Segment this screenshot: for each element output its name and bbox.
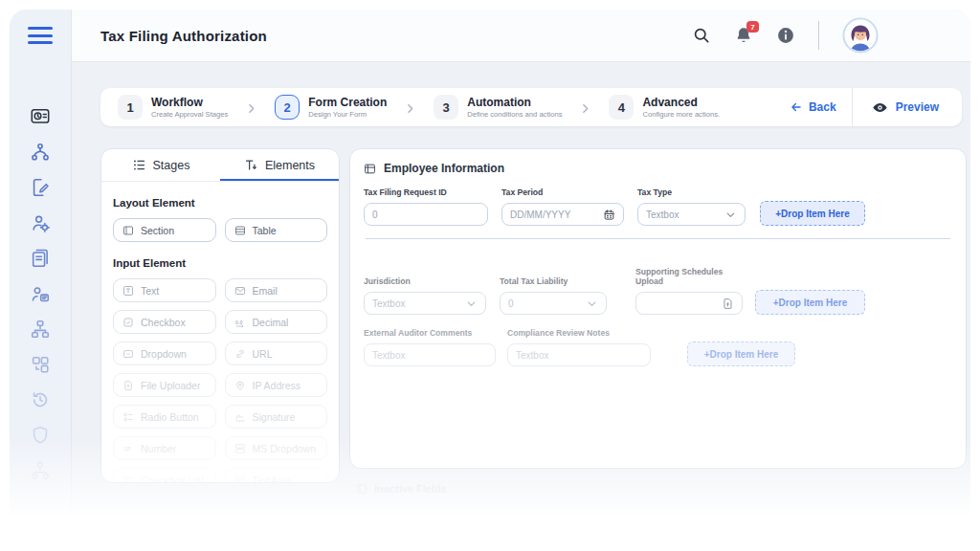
arrow-left-icon (790, 100, 803, 114)
palette-item-signature[interactable]: Signature (225, 405, 328, 429)
form-edit-icon[interactable] (30, 177, 51, 198)
preview-label: Preview (896, 100, 939, 114)
palette-item-ms-dropdown[interactable]: MS Dropdown (225, 436, 328, 460)
info-icon[interactable] (776, 26, 795, 45)
sidebar-nav (30, 106, 51, 481)
supporting-schedules-upload-input[interactable] (635, 292, 743, 315)
textarea-icon (234, 474, 246, 484)
back-label: Back (809, 100, 836, 114)
palette-item-table[interactable]: Table (225, 218, 328, 242)
jurisdiction-select[interactable]: Textbox (364, 292, 486, 315)
form-row-3: External Auditor Comments Textbox Compli… (364, 328, 952, 366)
tax-filing-request-id-input[interactable]: 0 (364, 203, 488, 226)
step-number: 4 (609, 95, 634, 120)
ms-dropdown-icon (234, 443, 246, 454)
chevron-right-icon (245, 101, 257, 114)
history-icon[interactable] (30, 389, 51, 410)
palette-body: Layout Element Section Table Input Eleme… (101, 182, 339, 483)
user-badge-icon[interactable] (30, 283, 51, 304)
org-chart-icon[interactable] (30, 460, 51, 481)
workflow-icon[interactable] (30, 142, 51, 163)
field-supporting-schedules-upload: Supporting Schedules Upload (635, 267, 743, 315)
sidebar (10, 10, 72, 538)
ip-address-icon (234, 380, 246, 391)
palette-item-file-uploader[interactable]: File Uploader (113, 373, 216, 397)
modules-icon[interactable] (30, 354, 51, 375)
palette-item-radio-button[interactable]: Radio Button (113, 405, 216, 429)
form-section-title: Employee Information (384, 162, 504, 175)
svg-text:12: 12 (123, 446, 129, 452)
table-icon (234, 225, 246, 236)
form-canvas: Employee Information Tax Filing Request … (349, 148, 967, 469)
tab-label: Stages (153, 159, 190, 172)
documents-icon[interactable] (30, 248, 51, 269)
field-tax-filing-request-id: Tax Filing Request ID 0 (364, 187, 488, 226)
content-area: 1 Workflow Create Approval Stages 2 Form… (72, 62, 970, 538)
url-icon (234, 348, 246, 360)
palette-item-checkbox-list[interactable]: Checkbox List (113, 468, 216, 483)
field-compliance-review-notes: Compliance Review Notes Textbox (507, 328, 651, 366)
panel-tabs: Stages Elements (101, 149, 339, 182)
app-window: Tax Filing Authorization 7 (10, 10, 970, 538)
external-auditor-comments-input[interactable]: Textbox (364, 343, 496, 366)
dashboard-clock-icon[interactable] (30, 106, 51, 127)
palette-item-number[interactable]: 12 Number (113, 436, 216, 460)
drop-zone-1[interactable]: +Drop Item Here (760, 201, 865, 226)
step-workflow[interactable]: 1 Workflow Create Approval Stages (114, 95, 232, 120)
palette-item-checkbox[interactable]: Checkbox (113, 310, 216, 334)
palette-item-dropdown[interactable]: Dropdown (113, 342, 216, 365)
step-number: 2 (275, 95, 300, 120)
step-number: 1 (118, 95, 143, 120)
chevron-down-icon (724, 209, 737, 221)
chevron-right-icon (404, 101, 416, 114)
file-uploader-icon (122, 380, 134, 391)
step-form-creation[interactable]: 2 Form Creation Design Your Form (271, 95, 390, 120)
palette-item-section[interactable]: Section (113, 218, 216, 242)
preview-button[interactable]: Preview (853, 99, 958, 116)
search-icon[interactable] (692, 26, 711, 45)
tax-period-input[interactable]: DD/MM/YYYY (501, 203, 624, 226)
chevron-down-icon (465, 298, 478, 310)
tab-stages[interactable]: Stages (101, 149, 220, 181)
step-title: Form Creation (308, 96, 387, 110)
step-subtitle: Create Approval Stages (151, 110, 228, 119)
section-icon (364, 163, 376, 175)
stages-icon (132, 158, 146, 172)
form-row-1: Tax Filing Request ID 0 Tax Period DD/MM… (364, 187, 952, 226)
stepper-bar: 1 Workflow Create Approval Stages 2 Form… (100, 88, 962, 126)
tab-elements[interactable]: Elements (220, 149, 339, 181)
hierarchy-icon[interactable] (30, 319, 51, 340)
notifications-bell-icon[interactable]: 7 (734, 26, 753, 45)
page-title: Tax Filing Authorization (100, 28, 267, 44)
tab-label: Elements (265, 159, 315, 172)
palette-item-decimal[interactable]: 0.0 Decimal (225, 310, 328, 334)
total-tax-liability-select[interactable]: 0 (500, 292, 607, 315)
layout-element-heading: Layout Element (113, 197, 327, 209)
top-header: Tax Filing Authorization 7 (72, 10, 970, 62)
back-button[interactable]: Back (774, 100, 852, 114)
radio-button-icon (122, 411, 134, 423)
drop-zone-3[interactable]: +Drop Item Here (687, 342, 795, 366)
palette-item-url[interactable]: URL (225, 342, 328, 365)
menu-icon[interactable] (28, 27, 53, 49)
step-automation[interactable]: 3 Automation Define conditions and actio… (430, 95, 566, 120)
tax-type-select[interactable]: Textbox (637, 203, 746, 226)
compliance-review-notes-input[interactable]: Textbox (507, 343, 651, 366)
field-total-tax-liability: Total Tax Liability 0 (500, 276, 607, 315)
palette-item-ip-address[interactable]: IP Address (225, 373, 328, 397)
step-advanced[interactable]: 4 Advanced Configure more actions. (605, 95, 724, 120)
palette-item-email[interactable]: Email (225, 278, 328, 302)
step-subtitle: Design Your Form (308, 110, 387, 119)
palette-item-textarea[interactable]: TextArea (225, 468, 328, 483)
header-divider (818, 21, 819, 50)
dropdown-icon (122, 348, 134, 360)
checkbox-icon (122, 317, 134, 328)
palette-item-text[interactable]: Text (113, 278, 216, 302)
file-upload-icon (722, 298, 734, 310)
drop-zone-2[interactable]: +Drop Item Here (755, 290, 865, 315)
user-settings-icon[interactable] (30, 212, 51, 233)
field-tax-type: Tax Type Textbox (637, 187, 746, 226)
form-section-header: Employee Information (364, 162, 952, 175)
user-avatar[interactable] (842, 17, 879, 54)
shield-icon[interactable] (30, 425, 51, 446)
